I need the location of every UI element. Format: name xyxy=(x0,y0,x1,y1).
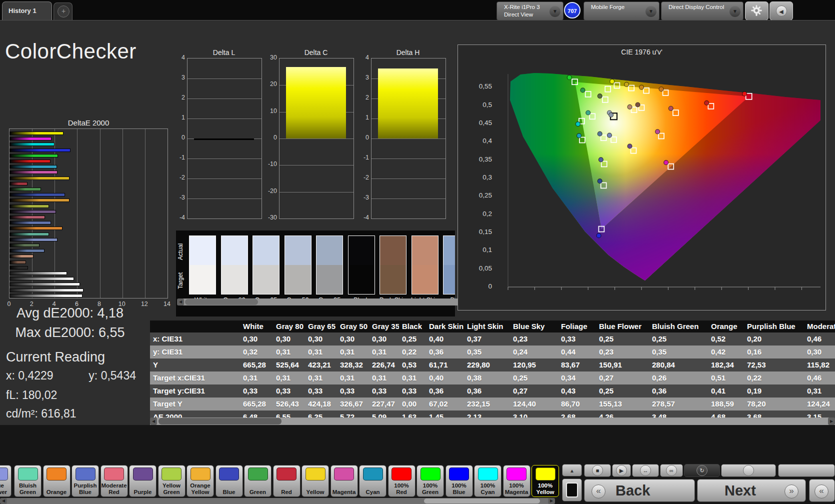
source-dropdown[interactable]: Mobile Forge ▼ xyxy=(584,2,660,20)
patch-button-orange-yellow[interactable]: OrangeYellow xyxy=(186,465,214,497)
patch-swatch xyxy=(284,236,312,294)
measured-dot-marker xyxy=(577,134,582,138)
patch-button-100-yellow[interactable]: 100%Yellow xyxy=(532,465,559,497)
table-cell: 328,32 xyxy=(337,358,369,372)
table-cell: 124,24 xyxy=(804,398,835,410)
delta-h-title: Delta H xyxy=(371,48,445,56)
deltae-bar xyxy=(10,188,41,191)
delta-h-plot xyxy=(371,58,446,219)
y-tick-label: 4 xyxy=(359,54,369,61)
patch-button-magenta[interactable]: Magenta xyxy=(330,465,358,497)
scroll-left-icon[interactable]: ◀ xyxy=(150,418,157,425)
patch-button-purplish-blue[interactable]: PurplishBlue xyxy=(72,465,99,497)
column-header: Gray 65 xyxy=(305,320,337,332)
table-scrollbar[interactable]: ◀ ▶ xyxy=(150,418,835,425)
patch-button-100-cyan[interactable]: 100%Cyan xyxy=(474,465,502,497)
patch-strip-scrollbar[interactable]: ◀ ▶ xyxy=(177,298,481,306)
max-de2000: Max dE2000: 6,55 xyxy=(0,325,140,340)
scroll-left-icon[interactable]: ◀ xyxy=(0,498,7,504)
patch-button-cyan[interactable]: Cyan xyxy=(359,465,386,497)
measured-dot-marker xyxy=(598,94,602,98)
delta-bar xyxy=(378,68,438,138)
scrollbar-thumb[interactable] xyxy=(158,418,282,424)
current-fl: fL: 180,02 xyxy=(6,388,150,402)
patch-button-100-blue[interactable]: 100%Blue xyxy=(446,465,473,497)
column-header: Purplish Blue xyxy=(744,320,804,332)
table-cell: 0,27 xyxy=(510,384,558,398)
patch-button-blue-flower[interactable]: BlueFlower xyxy=(0,465,12,497)
table-cell: 0,16 xyxy=(744,346,804,358)
add-tab-button[interactable]: + xyxy=(54,2,72,20)
table-cell: 665,28 xyxy=(240,358,273,372)
meter-count-badge[interactable]: 707 xyxy=(564,2,580,18)
scrollbar-thumb[interactable] xyxy=(424,498,540,504)
patch-button-bluish-green[interactable]: BluishGreen xyxy=(14,465,42,497)
scrollbar-thumb[interactable] xyxy=(185,299,258,305)
patch-button-moderate-red[interactable]: ModerateRed xyxy=(100,465,128,497)
cie-plot xyxy=(496,59,820,296)
y-tick-label: 0,5 xyxy=(469,101,492,108)
auto-advance-button[interactable]: ↻ xyxy=(684,464,720,477)
table-cell: 0,30 xyxy=(305,332,337,346)
pattern-window-button[interactable] xyxy=(562,478,582,502)
deltae-bar xyxy=(10,266,28,270)
patch-button-orange[interactable]: Orange xyxy=(43,465,70,497)
patch-color-chip xyxy=(506,468,526,480)
table-cell: 0,19 xyxy=(744,384,804,398)
next-button[interactable]: Next » xyxy=(697,479,806,502)
stop-button[interactable]: ■ xyxy=(584,464,611,477)
scroll-right-icon[interactable]: ▶ xyxy=(548,498,555,504)
patch-button-100-green[interactable]: 100%Green xyxy=(416,465,444,497)
patch-button-label: Blue xyxy=(216,489,242,496)
table-cell: 0,36 xyxy=(464,384,510,398)
measured-dot-marker xyxy=(580,88,585,92)
window-size-button[interactable]: ↔ xyxy=(632,464,659,477)
meter-dropdown[interactable]: X-Rite i1Pro 3 Direct View ▼ xyxy=(496,2,564,20)
table-cell: 0,33 xyxy=(337,384,369,398)
patch-button-100-magenta[interactable]: 100%Magenta xyxy=(503,465,530,497)
table-cell: 61,71 xyxy=(426,358,464,372)
table-cell: 0,35 xyxy=(464,346,510,358)
settings-button[interactable] xyxy=(745,2,768,20)
top-tab-bar: History 1 + X-Rite i1Pro 3 Direct View ▼… xyxy=(0,0,835,20)
table-cell: 67,02 xyxy=(426,398,464,410)
table-cell: 0,53 xyxy=(399,358,426,372)
patch-button-yellow-green[interactable]: YellowGreen xyxy=(158,465,186,497)
y-tick-label: -4 xyxy=(359,214,369,221)
workflow-dropdown[interactable]: Direct Display Control ▼ xyxy=(661,2,744,20)
patch-button-purple[interactable]: Purple xyxy=(129,465,156,497)
main-area: ColorChecker DeltaE 2000 02468101214 Del… xyxy=(0,20,835,446)
current-nits: cd/m²: 616,81 xyxy=(6,407,150,420)
scroll-left-icon[interactable]: ◀ xyxy=(177,298,184,306)
plus-icon: + xyxy=(58,6,70,18)
scroll-up-button[interactable]: ▲ xyxy=(562,464,582,476)
width-icon: ↔ xyxy=(640,465,651,476)
patch-button-red[interactable]: Red xyxy=(273,465,300,497)
continuous-read-button[interactable]: ∞ xyxy=(660,464,683,477)
deltae-bar xyxy=(10,221,51,224)
back-button[interactable]: « Back xyxy=(584,479,695,502)
nav-button-partial[interactable]: « xyxy=(809,479,835,502)
measured-dot-marker xyxy=(640,85,644,90)
blank-transport-button[interactable] xyxy=(721,464,776,477)
collapse-panel-button[interactable]: ◀ xyxy=(770,2,793,20)
measured-dot-marker xyxy=(624,82,629,86)
patch-button-green[interactable]: Green xyxy=(244,465,272,497)
table-row: Y665,28525,64423,21328,32226,740,5361,71… xyxy=(150,358,835,372)
column-header: Gray 80 xyxy=(273,320,305,332)
play-button[interactable]: ▶ xyxy=(612,464,631,477)
gridline xyxy=(100,129,100,298)
patch-button-blue[interactable]: Blue xyxy=(216,465,243,497)
patch-swatch xyxy=(189,236,216,294)
scroll-right-icon[interactable]: ▶ xyxy=(828,418,835,425)
tab-history-1[interactable]: History 1 xyxy=(2,2,52,20)
patch-bar-scrollbar[interactable]: ◀ ▶ xyxy=(0,498,555,504)
y-tick-label: 3 xyxy=(175,74,185,81)
delta-l-chart: Delta L 43210-1-2-3-4 xyxy=(175,48,262,234)
transport-button-partial[interactable] xyxy=(778,464,835,477)
target-color xyxy=(316,265,342,294)
source-name: Mobile Forge xyxy=(591,4,624,10)
patch-button-100red[interactable]: 100% Red xyxy=(388,465,416,497)
patch-button-yellow[interactable]: Yellow xyxy=(302,465,329,497)
play-icon: ▶ xyxy=(616,465,627,476)
